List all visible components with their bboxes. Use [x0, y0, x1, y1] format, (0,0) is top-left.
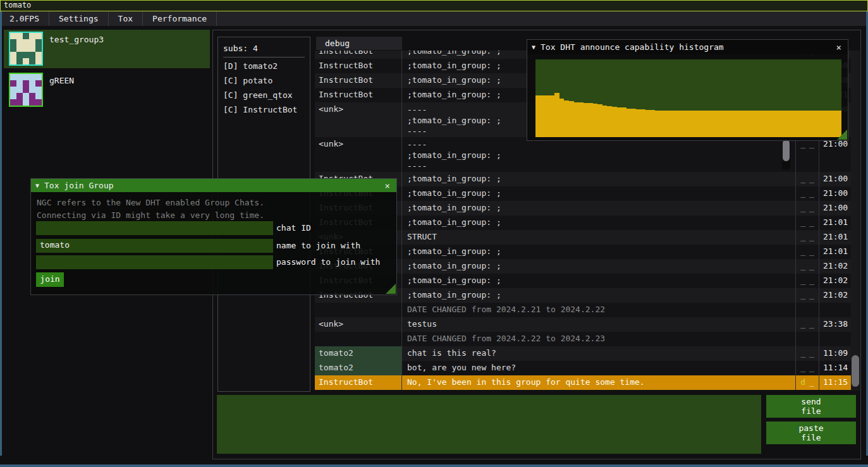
member-list-item[interactable]: [C] InstructBot: [223, 102, 305, 117]
histogram-bar: [674, 111, 679, 137]
histogram-bar: [660, 111, 665, 137]
message-status: __: [795, 137, 819, 172]
avatar-pixel: [10, 74, 16, 80]
avatar-pixel: [16, 58, 23, 64]
window-border: [0, 0, 2, 456]
status-mark: _: [800, 261, 805, 274]
send-file-button[interactable]: sendfile: [766, 395, 856, 418]
password-to-join-with-input[interactable]: [36, 255, 273, 269]
histogram-bar: [584, 103, 589, 137]
histogram-bar: [569, 101, 574, 137]
member-list-item[interactable]: [C] green_qtox: [223, 88, 305, 102]
avatar-pixel: [29, 87, 35, 93]
paste-file-button[interactable]: pastefile: [766, 422, 856, 444]
histogram-bar: [694, 111, 699, 137]
message-author: InstructBot: [315, 51, 402, 59]
histogram-bar: [737, 111, 742, 137]
avatar-pixel: [16, 52, 23, 58]
histogram-bar: [760, 111, 765, 137]
system-row[interactable]: DATE CHANGED from 2024.2.21 to 2024.2.22: [315, 303, 851, 317]
histogram-bar: [817, 111, 822, 137]
menu-item-tox[interactable]: Tox: [109, 11, 143, 26]
status-mark: _: [809, 188, 814, 201]
chat-scrollbar-thumb[interactable]: [852, 355, 859, 387]
message-row[interactable]: <unk>testus__23:38: [315, 317, 851, 332]
avatar-pixel: [23, 93, 29, 99]
system-row[interactable]: DATE CHANGED from 2024.2.22 to 2024.2.23: [315, 332, 851, 346]
message-text: STRUCT: [402, 230, 795, 245]
avatar-pixel: [29, 52, 35, 58]
window-titlebar[interactable]: tomato: [0, 0, 868, 11]
message-author: InstructBot: [315, 73, 402, 88]
tab-debug[interactable]: debug: [316, 37, 402, 50]
message-status: __: [795, 245, 819, 259]
avatar-pixel: [29, 45, 35, 52]
join-group-window: ▼ Tox join Group × NGC refers to the New…: [30, 178, 397, 295]
collapse-icon[interactable]: ▼: [35, 182, 39, 189]
dht-histogram-title: Tox DHT announce capability histogram: [541, 42, 829, 52]
avatar-pixel: [29, 93, 35, 99]
message-scrollbar-thumb[interactable]: [783, 140, 790, 161]
status-mark: _: [809, 217, 814, 230]
status-mark: _: [809, 363, 814, 375]
message-text: ;tomato_in_group: ;: [402, 186, 795, 201]
message-input[interactable]: [217, 395, 761, 454]
join-button[interactable]: join: [36, 272, 64, 287]
close-icon[interactable]: ×: [383, 181, 392, 191]
message-status: d_: [795, 375, 819, 390]
avatar-pixel: [16, 39, 23, 45]
message-text: chat is this real?: [402, 346, 795, 361]
button-label-line: send: [801, 397, 821, 406]
collapse-icon[interactable]: ▼: [532, 44, 535, 51]
histogram-bar: [645, 110, 651, 137]
resize-grip-icon[interactable]: [386, 284, 396, 294]
avatar-pixel: [35, 58, 42, 64]
member-list-item[interactable]: [D] tomato2: [223, 59, 305, 73]
chat-scrollbar[interactable]: [851, 51, 860, 391]
message-timestamp: 21:00: [819, 186, 851, 201]
field-label: chat ID: [276, 221, 311, 235]
subs-count-label: subs: 4: [223, 42, 305, 55]
avatar-pixel: [16, 33, 23, 39]
message-text: DATE CHANGED from 2024.2.21 to 2024.2.22: [402, 303, 795, 317]
join-group-titlebar[interactable]: ▼ Tox join Group ×: [31, 179, 396, 192]
avatar-pixel: [23, 80, 29, 87]
message-row[interactable]: tomato2chat is this real?__11:09: [315, 346, 851, 361]
close-icon[interactable]: ×: [834, 42, 843, 52]
message-row[interactable]: InstructBotNo, I've been in this group f…: [315, 375, 851, 390]
histogram-bar: [679, 111, 684, 137]
message-row[interactable]: tomato2bot, are you new here?__11:14: [315, 361, 851, 375]
message-text: ;tomato_in_group: ;: [402, 215, 795, 230]
avatar-pixel: [23, 87, 29, 93]
name-to-join-with-input[interactable]: tomato: [36, 239, 273, 253]
resize-grip-icon[interactable]: [837, 130, 847, 140]
button-label-line: file: [801, 406, 821, 416]
menu-item-2-0fps[interactable]: 2.0FPS: [0, 11, 49, 26]
histogram-bar: [779, 111, 785, 137]
sidebar-item-test_group3[interactable]: test_group3: [4, 30, 210, 68]
histogram-bar: [545, 95, 550, 137]
histogram-bar: [636, 109, 641, 137]
message-text: DATE CHANGED from 2024.2.22 to 2024.2.23: [402, 332, 795, 346]
histogram-bar: [789, 111, 794, 137]
histogram-bar: [588, 103, 593, 137]
message-timestamp: [819, 303, 851, 317]
status-mark: _: [800, 348, 805, 361]
chat-id-input[interactable]: [36, 221, 273, 235]
menu-item-settings[interactable]: Settings: [49, 11, 109, 26]
status-mark: _: [800, 174, 805, 186]
message-row[interactable]: <unk>----;tomato_in_group: ;----__21:00: [315, 137, 851, 172]
message-scrollbar[interactable]: [782, 138, 790, 170]
avatar-pixel: [10, 80, 16, 87]
sidebar-item-green[interactable]: gREEN: [4, 71, 210, 109]
message-text: testus: [402, 317, 795, 332]
avatar-pixel: [35, 93, 42, 99]
message-author: tomato2: [315, 346, 402, 361]
avatar-pixel: [29, 33, 35, 39]
menu-item-performance[interactable]: Performance: [143, 11, 217, 26]
message-timestamp: [819, 332, 851, 346]
member-list-item[interactable]: [C] potato: [223, 73, 305, 88]
avatar-pixel: [29, 80, 35, 87]
dht-histogram-titlebar[interactable]: ▼ Tox DHT announce capability histogram …: [527, 40, 848, 54]
avatar-pixel: [29, 58, 35, 64]
